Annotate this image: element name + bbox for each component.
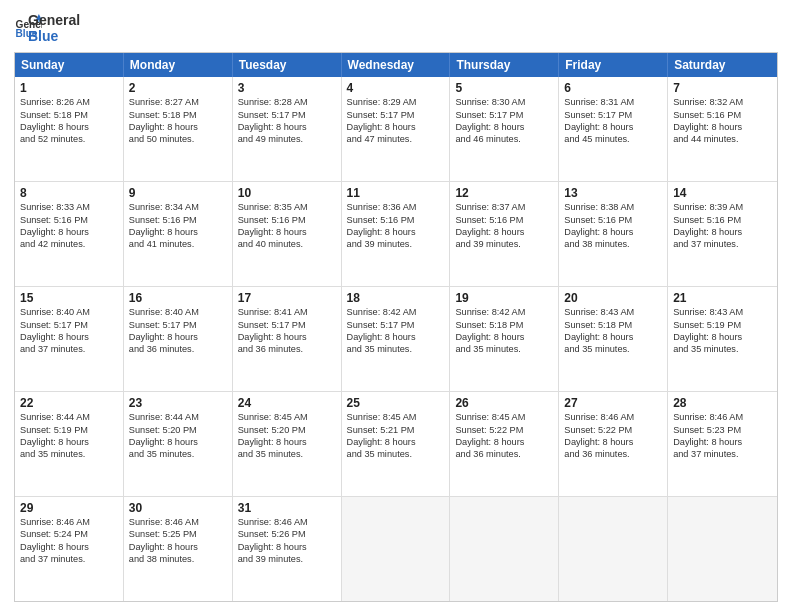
sunrise-9: Sunrise: 8:34 AM <box>129 201 227 213</box>
sunset-19: Sunset: 5:18 PM <box>455 319 553 331</box>
daylight-min-31: and 39 minutes. <box>238 553 336 565</box>
day-num-26: 26 <box>455 396 553 410</box>
cal-cell-5-1: 29Sunrise: 8:46 AMSunset: 5:24 PMDayligh… <box>15 497 124 601</box>
daylight-min-19: and 35 minutes. <box>455 343 553 355</box>
daylight-min-27: and 36 minutes. <box>564 448 662 460</box>
cal-cell-2-1: 8Sunrise: 8:33 AMSunset: 5:16 PMDaylight… <box>15 182 124 286</box>
daylight-min-15: and 37 minutes. <box>20 343 118 355</box>
daylight-min-9: and 41 minutes. <box>129 238 227 250</box>
daylight-16: Daylight: 8 hours <box>129 331 227 343</box>
sunrise-5: Sunrise: 8:30 AM <box>455 96 553 108</box>
week-row-5: 29Sunrise: 8:46 AMSunset: 5:24 PMDayligh… <box>15 496 777 601</box>
daylight-min-18: and 35 minutes. <box>347 343 445 355</box>
day-num-7: 7 <box>673 81 772 95</box>
day-num-23: 23 <box>129 396 227 410</box>
cal-cell-2-6: 13Sunrise: 8:38 AMSunset: 5:16 PMDayligh… <box>559 182 668 286</box>
day-num-3: 3 <box>238 81 336 95</box>
sunset-16: Sunset: 5:17 PM <box>129 319 227 331</box>
cal-cell-4-6: 27Sunrise: 8:46 AMSunset: 5:22 PMDayligh… <box>559 392 668 496</box>
sunset-21: Sunset: 5:19 PM <box>673 319 772 331</box>
cal-cell-3-1: 15Sunrise: 8:40 AMSunset: 5:17 PMDayligh… <box>15 287 124 391</box>
cal-cell-3-7: 21Sunrise: 8:43 AMSunset: 5:19 PMDayligh… <box>668 287 777 391</box>
daylight-min-22: and 35 minutes. <box>20 448 118 460</box>
sunrise-3: Sunrise: 8:28 AM <box>238 96 336 108</box>
daylight-26: Daylight: 8 hours <box>455 436 553 448</box>
daylight-10: Daylight: 8 hours <box>238 226 336 238</box>
sunrise-1: Sunrise: 8:26 AM <box>20 96 118 108</box>
cal-cell-1-4: 4Sunrise: 8:29 AMSunset: 5:17 PMDaylight… <box>342 77 451 181</box>
daylight-4: Daylight: 8 hours <box>347 121 445 133</box>
sunrise-2: Sunrise: 8:27 AM <box>129 96 227 108</box>
day-num-19: 19 <box>455 291 553 305</box>
day-num-9: 9 <box>129 186 227 200</box>
daylight-min-6: and 45 minutes. <box>564 133 662 145</box>
cal-cell-2-3: 10Sunrise: 8:35 AMSunset: 5:16 PMDayligh… <box>233 182 342 286</box>
sunset-8: Sunset: 5:16 PM <box>20 214 118 226</box>
sunset-26: Sunset: 5:22 PM <box>455 424 553 436</box>
sunrise-24: Sunrise: 8:45 AM <box>238 411 336 423</box>
daylight-25: Daylight: 8 hours <box>347 436 445 448</box>
daylight-min-11: and 39 minutes. <box>347 238 445 250</box>
sunrise-11: Sunrise: 8:36 AM <box>347 201 445 213</box>
calendar-body: 1Sunrise: 8:26 AMSunset: 5:18 PMDaylight… <box>15 77 777 601</box>
cal-cell-3-3: 17Sunrise: 8:41 AMSunset: 5:17 PMDayligh… <box>233 287 342 391</box>
day-num-10: 10 <box>238 186 336 200</box>
sunrise-7: Sunrise: 8:32 AM <box>673 96 772 108</box>
daylight-24: Daylight: 8 hours <box>238 436 336 448</box>
header-monday: Monday <box>124 53 233 77</box>
week-row-3: 15Sunrise: 8:40 AMSunset: 5:17 PMDayligh… <box>15 286 777 391</box>
day-num-28: 28 <box>673 396 772 410</box>
sunrise-12: Sunrise: 8:37 AM <box>455 201 553 213</box>
daylight-20: Daylight: 8 hours <box>564 331 662 343</box>
daylight-18: Daylight: 8 hours <box>347 331 445 343</box>
daylight-min-26: and 36 minutes. <box>455 448 553 460</box>
daylight-min-29: and 37 minutes. <box>20 553 118 565</box>
cal-cell-3-6: 20Sunrise: 8:43 AMSunset: 5:18 PMDayligh… <box>559 287 668 391</box>
sunset-10: Sunset: 5:16 PM <box>238 214 336 226</box>
daylight-3: Daylight: 8 hours <box>238 121 336 133</box>
daylight-min-10: and 40 minutes. <box>238 238 336 250</box>
cal-cell-2-5: 12Sunrise: 8:37 AMSunset: 5:16 PMDayligh… <box>450 182 559 286</box>
day-num-15: 15 <box>20 291 118 305</box>
daylight-28: Daylight: 8 hours <box>673 436 772 448</box>
sunrise-15: Sunrise: 8:40 AM <box>20 306 118 318</box>
week-row-4: 22Sunrise: 8:44 AMSunset: 5:19 PMDayligh… <box>15 391 777 496</box>
daylight-22: Daylight: 8 hours <box>20 436 118 448</box>
sunset-28: Sunset: 5:23 PM <box>673 424 772 436</box>
daylight-min-12: and 39 minutes. <box>455 238 553 250</box>
cal-cell-1-6: 6Sunrise: 8:31 AMSunset: 5:17 PMDaylight… <box>559 77 668 181</box>
sunrise-21: Sunrise: 8:43 AM <box>673 306 772 318</box>
daylight-min-7: and 44 minutes. <box>673 133 772 145</box>
cal-cell-2-4: 11Sunrise: 8:36 AMSunset: 5:16 PMDayligh… <box>342 182 451 286</box>
day-num-12: 12 <box>455 186 553 200</box>
sunrise-8: Sunrise: 8:33 AM <box>20 201 118 213</box>
daylight-min-5: and 46 minutes. <box>455 133 553 145</box>
cal-cell-5-2: 30Sunrise: 8:46 AMSunset: 5:25 PMDayligh… <box>124 497 233 601</box>
sunset-25: Sunset: 5:21 PM <box>347 424 445 436</box>
daylight-12: Daylight: 8 hours <box>455 226 553 238</box>
daylight-min-3: and 49 minutes. <box>238 133 336 145</box>
header-friday: Friday <box>559 53 668 77</box>
daylight-min-23: and 35 minutes. <box>129 448 227 460</box>
sunrise-30: Sunrise: 8:46 AM <box>129 516 227 528</box>
sunrise-10: Sunrise: 8:35 AM <box>238 201 336 213</box>
daylight-23: Daylight: 8 hours <box>129 436 227 448</box>
header-tuesday: Tuesday <box>233 53 342 77</box>
header-thursday: Thursday <box>450 53 559 77</box>
sunset-13: Sunset: 5:16 PM <box>564 214 662 226</box>
cal-cell-2-2: 9Sunrise: 8:34 AMSunset: 5:16 PMDaylight… <box>124 182 233 286</box>
daylight-min-1: and 52 minutes. <box>20 133 118 145</box>
day-num-17: 17 <box>238 291 336 305</box>
sunrise-28: Sunrise: 8:46 AM <box>673 411 772 423</box>
daylight-8: Daylight: 8 hours <box>20 226 118 238</box>
day-num-6: 6 <box>564 81 662 95</box>
sunset-12: Sunset: 5:16 PM <box>455 214 553 226</box>
daylight-min-4: and 47 minutes. <box>347 133 445 145</box>
sunrise-6: Sunrise: 8:31 AM <box>564 96 662 108</box>
daylight-31: Daylight: 8 hours <box>238 541 336 553</box>
daylight-min-17: and 36 minutes. <box>238 343 336 355</box>
daylight-13: Daylight: 8 hours <box>564 226 662 238</box>
daylight-min-13: and 38 minutes. <box>564 238 662 250</box>
sunrise-20: Sunrise: 8:43 AM <box>564 306 662 318</box>
daylight-29: Daylight: 8 hours <box>20 541 118 553</box>
